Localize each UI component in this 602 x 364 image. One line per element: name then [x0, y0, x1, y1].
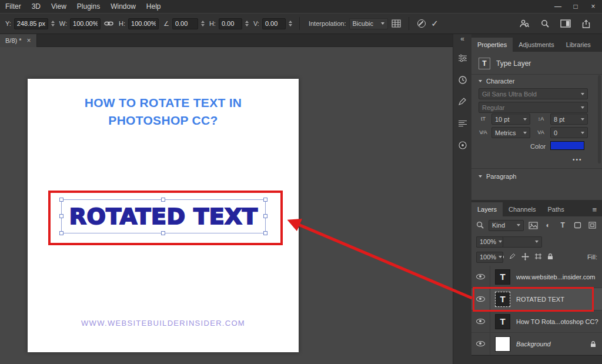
menu-window[interactable]: Window: [105, 0, 141, 13]
tab-channels[interactable]: Channels: [503, 202, 541, 216]
share-icon[interactable]: [581, 17, 591, 30]
lock-all-icon[interactable]: [547, 253, 553, 261]
heading-line-2: PHOTOSHOP CC?: [28, 112, 299, 129]
clone-source-panel-icon[interactable]: [456, 138, 470, 152]
tab-layers[interactable]: Layers: [471, 202, 503, 216]
layer-row-background[interactable]: Background: [471, 333, 602, 355]
visibility-toggle[interactable]: [471, 333, 490, 355]
filter-search-icon[interactable]: [476, 221, 484, 230]
y-position-input[interactable]: [14, 18, 48, 29]
font-size-select[interactable]: 10 pt: [491, 113, 530, 125]
transform-handle-top-center[interactable]: [161, 198, 165, 202]
transform-bounding-box[interactable]: ROTATED TEXT: [61, 199, 266, 233]
warp-mode-toggle-icon[interactable]: [391, 17, 402, 30]
transform-handle-top-left[interactable]: [59, 198, 63, 202]
document-page[interactable]: HOW TO ROTATE TEXT IN PHOTOSHOP CC? ROTA…: [28, 79, 299, 352]
text-layer-thumbnail[interactable]: T: [495, 314, 510, 329]
user-search-icon[interactable]: [519, 17, 530, 30]
filter-type-layers-icon[interactable]: T: [558, 221, 568, 229]
brush-settings-panel-icon[interactable]: [456, 95, 470, 109]
fill-select[interactable]: 100%: [476, 252, 503, 263]
text-color-swatch[interactable]: [550, 141, 584, 150]
background-layer-thumbnail[interactable]: [495, 336, 510, 352]
layer-name[interactable]: How TO Rota...otoshop CC?: [516, 318, 598, 325]
cancel-transform-button[interactable]: [416, 17, 427, 30]
tab-adjustments[interactable]: Adjustments: [513, 38, 560, 52]
layer-row-website-text[interactable]: T www.websiteb...insider.com: [471, 266, 602, 288]
tab-paths[interactable]: Paths: [542, 202, 570, 216]
y-label: Y:: [5, 20, 11, 27]
expand-panels-icon[interactable]: «: [460, 35, 464, 44]
menu-3d[interactable]: 3D: [26, 0, 46, 13]
height-input[interactable]: [128, 18, 159, 29]
width-input[interactable]: [70, 18, 101, 29]
transform-handle-middle-left[interactable]: [59, 214, 63, 218]
filter-kind-select[interactable]: Kind: [489, 220, 524, 231]
menu-help[interactable]: Help: [141, 0, 166, 13]
adjustments-panel-icon[interactable]: [456, 51, 470, 65]
properties-scrollbar[interactable]: [598, 75, 601, 163]
layers-tab-row: Layers Channels Paths ≡: [471, 202, 602, 216]
tracking-select[interactable]: 0: [550, 127, 588, 138]
opacity-select[interactable]: 100%: [476, 236, 503, 248]
lock-position-icon[interactable]: [521, 253, 529, 262]
font-style-select[interactable]: Regular: [479, 102, 588, 113]
y-stepper[interactable]: [51, 21, 55, 26]
skew-v-input[interactable]: [262, 18, 286, 29]
paragraph-section-header[interactable]: Paragraph: [479, 173, 516, 180]
menu-view[interactable]: View: [46, 0, 72, 13]
tab-properties[interactable]: Properties: [471, 38, 513, 52]
leading-select[interactable]: 8 pt: [550, 113, 588, 125]
layer-row-how-to-text[interactable]: T How TO Rota...otoshop CC?: [471, 310, 602, 333]
transform-handle-bottom-center[interactable]: [161, 231, 165, 235]
transform-handle-middle-right[interactable]: [263, 214, 267, 218]
layers-panel-menu-icon[interactable]: ≡: [587, 202, 602, 216]
paragraph-panel-icon[interactable]: [456, 116, 470, 131]
transform-handle-top-right[interactable]: [263, 198, 267, 202]
filter-shape-layers-icon[interactable]: [573, 222, 583, 229]
skew-h-stepper[interactable]: [245, 21, 249, 26]
lock-pixels-icon[interactable]: [509, 253, 516, 261]
font-family-select[interactable]: Gil Sans Ultra Bold: [479, 88, 588, 99]
history-panel-icon[interactable]: [456, 73, 470, 87]
document-tab-bar: B/8) * ×: [0, 34, 453, 47]
minimize-button[interactable]: —: [549, 0, 567, 13]
kerning-select[interactable]: Metrics: [491, 127, 530, 138]
transform-handle-bottom-right[interactable]: [263, 231, 267, 235]
filter-pixel-layers-icon[interactable]: [529, 222, 539, 229]
menu-plugins[interactable]: Plugins: [72, 0, 105, 13]
character-section-header[interactable]: Character: [479, 78, 514, 85]
tab-libraries[interactable]: Libraries: [560, 38, 597, 52]
skew-h-input[interactable]: [219, 18, 242, 29]
chevron-down-icon: [479, 80, 482, 82]
filter-adjustment-layers-icon[interactable]: ◐: [543, 221, 553, 229]
angle-input[interactable]: [172, 18, 198, 29]
document-tab[interactable]: B/8) * ×: [0, 34, 37, 47]
visibility-toggle[interactable]: [471, 310, 490, 333]
workspace-toggle-icon[interactable]: [560, 17, 571, 30]
commit-transform-button[interactable]: ✓: [430, 17, 440, 30]
document-footer-text: WWW.WEBSITEBUILDERINSIDER.COM: [28, 319, 299, 328]
layer-name[interactable]: www.websiteb...insider.com: [516, 273, 596, 280]
link-dimensions-icon[interactable]: [103, 17, 114, 30]
restore-button[interactable]: □: [567, 0, 584, 13]
tab-close-icon[interactable]: ×: [27, 36, 31, 45]
canvas-area[interactable]: HOW TO ROTATE TEXT IN PHOTOSHOP CC? ROTA…: [0, 47, 453, 364]
divider: [471, 168, 602, 169]
interpolation-select[interactable]: Bicubic: [349, 18, 388, 29]
skew-v-stepper[interactable]: [289, 21, 292, 26]
red-annotation-layer-highlight: [473, 287, 594, 312]
lock-artboard-icon[interactable]: [534, 253, 542, 261]
more-options-icon[interactable]: •••: [573, 156, 583, 163]
text-layer-thumbnail[interactable]: T: [495, 269, 510, 285]
angle-stepper[interactable]: [201, 21, 205, 26]
search-icon[interactable]: [540, 17, 550, 30]
menu-filter[interactable]: Filter: [0, 0, 26, 13]
visibility-toggle[interactable]: [471, 266, 490, 288]
layer-name[interactable]: Background: [516, 340, 551, 348]
filter-smart-objects-icon[interactable]: [587, 222, 597, 229]
interpolation-label: Interpolation:: [309, 20, 346, 27]
transform-handle-bottom-left[interactable]: [59, 231, 63, 235]
close-button[interactable]: ×: [584, 0, 602, 13]
properties-panel-menu-icon[interactable]: ≡: [597, 38, 602, 52]
